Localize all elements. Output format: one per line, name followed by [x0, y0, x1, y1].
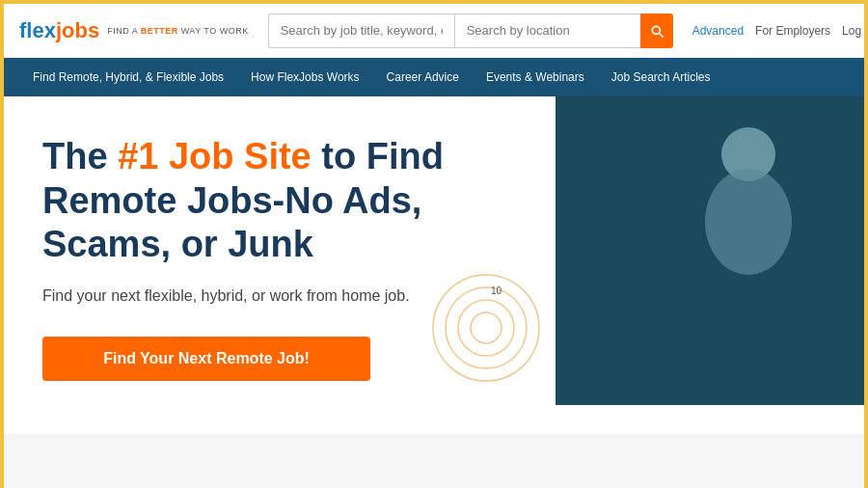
hero-title: The #1 Job Site to Find Remote Jobs-No A… [42, 135, 505, 267]
logo-tagline: FIND A BETTER WAY TO WORK [107, 26, 249, 36]
hero-subtitle: Find your next flexible, hybrid, or work… [42, 285, 505, 308]
svg-rect-5 [556, 96, 864, 405]
hero-image [556, 96, 864, 405]
nav-item-events[interactable]: Events & Webinars [473, 58, 598, 96]
nav-item-how-it-works[interactable]: How FlexJobs Works [237, 58, 372, 96]
logo: flexjobs FIND A BETTER WAY TO WORK [19, 18, 249, 43]
top-right-nav: For Employers Log In Sign Up [755, 18, 868, 43]
svg-point-7 [705, 169, 792, 275]
location-search-input[interactable] [454, 14, 640, 48]
hero-content: The #1 Job Site to Find Remote Jobs-No A… [42, 135, 505, 381]
job-search-input[interactable] [268, 14, 454, 48]
nav-item-job-search-articles[interactable]: Job Search Articles [598, 58, 724, 96]
hero-section: The #1 Job Site to Find Remote Jobs-No A… [4, 96, 864, 434]
bottom-strip [4, 434, 864, 488]
for-employers-link[interactable]: For Employers [755, 24, 830, 38]
cta-button[interactable]: Find Your Next Remote Job! [42, 337, 370, 381]
search-bar [268, 14, 673, 48]
search-icon [649, 23, 665, 39]
login-link[interactable]: Log In [842, 24, 868, 38]
nav-item-career-advice[interactable]: Career Advice [373, 58, 473, 96]
top-bar: flexjobs FIND A BETTER WAY TO WORK Advan… [4, 4, 864, 58]
secondary-nav: Find Remote, Hybrid, & Flexible Jobs How… [4, 58, 864, 96]
nav-item-find-jobs[interactable]: Find Remote, Hybrid, & Flexible Jobs [19, 58, 237, 96]
hero-image-bg [556, 96, 864, 405]
advanced-search-link[interactable]: Advanced [692, 24, 744, 38]
logo-text: flexjobs [19, 18, 99, 43]
search-button[interactable] [640, 14, 673, 48]
